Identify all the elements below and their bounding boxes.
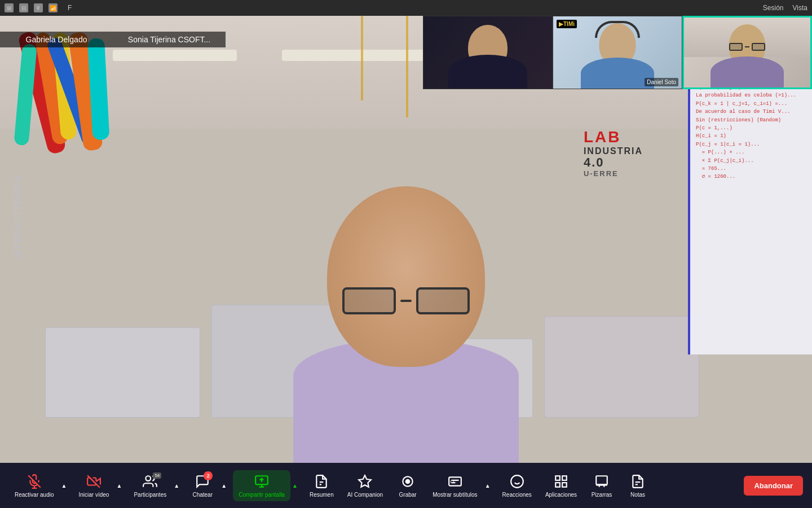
participants-button[interactable]: 54 Participantes	[128, 470, 172, 501]
captions-icon: CC	[447, 474, 463, 489]
name-label-1: Gabriela Delgado	[0, 32, 113, 47]
notes-icon	[630, 474, 646, 489]
apps-button[interactable]: Aplicaciones	[540, 470, 582, 501]
thumbnail-1-bg	[423, 16, 552, 89]
svg-rect-20	[555, 476, 560, 480]
reactions-button[interactable]: Reacciones	[497, 470, 537, 501]
grid-icon: ⊞	[5, 3, 14, 12]
t1-body	[448, 55, 527, 89]
captions-button[interactable]: CC Mostrar subtítulos	[427, 470, 483, 501]
mic-system-icon: 🎙	[34, 3, 43, 12]
mic-muted-icon	[27, 474, 42, 489]
thumbnail-strip: ▶TIMi Daniel Soto	[423, 16, 812, 89]
svg-rect-24	[596, 476, 607, 484]
wifi-icon: 📶	[48, 3, 58, 12]
captions-chevron[interactable]: ▲	[483, 478, 492, 493]
share-icon	[254, 474, 270, 489]
audio-button[interactable]: Reactivar audio	[9, 470, 59, 501]
name-labels-bar: Gabriela Delgado Sonia Tijerina CSOFT...	[0, 32, 226, 47]
glass-right	[416, 287, 470, 314]
ai-companion-button[interactable]: AI Companion	[342, 470, 389, 501]
chat-button[interactable]: 2 Chatear	[186, 470, 219, 501]
svg-point-4	[146, 476, 151, 481]
whiteboard-icon	[594, 474, 610, 489]
share-chevron[interactable]: ▲	[290, 478, 299, 493]
record-button[interactable]: Grabar	[391, 470, 425, 501]
svg-text:CC: CC	[450, 479, 456, 484]
lab-sign: LAB INDUSTRIA 4.0 U-ERRE	[584, 129, 643, 178]
view-label[interactable]: Vista	[793, 4, 807, 12]
session-label[interactable]: Sesión	[763, 4, 784, 12]
chat-chevron[interactable]: ▲	[219, 478, 228, 493]
record-icon	[400, 474, 416, 489]
captions-label: Mostrar subtítulos	[433, 492, 477, 498]
top-bar-icons: ⊞ ⊟ 🎙 📶 F	[5, 3, 72, 12]
color-strips-decoration	[0, 33, 135, 191]
t3-body	[710, 56, 784, 87]
summary-icon	[314, 474, 329, 489]
thumbnail-2[interactable]: ▶TIMi Daniel Soto	[553, 16, 682, 89]
svg-marker-10	[359, 475, 372, 487]
chat-label: Chatear	[192, 492, 213, 498]
ai-icon	[357, 474, 373, 489]
svg-rect-22	[562, 483, 567, 487]
participants-icon: 54	[142, 474, 158, 489]
side-text-interactividad: Interactividea	[13, 174, 21, 260]
whiteboard-label: Pizarras	[592, 492, 612, 498]
record-label: Grabar	[399, 492, 417, 498]
summary-label: Resumen	[310, 492, 334, 498]
leave-button[interactable]: Abandonar	[744, 476, 803, 496]
video-chevron[interactable]: ▲	[114, 478, 123, 493]
video-label: Iniciar vídeo	[78, 492, 109, 498]
svg-rect-21	[562, 476, 567, 480]
participants-chevron[interactable]: ▲	[172, 478, 181, 493]
whiteboard-button[interactable]: Pizarras	[585, 470, 619, 501]
toolbar-left-group: Reactivar audio ▲ Iniciar vídeo ▲	[9, 470, 655, 501]
reactions-icon	[509, 474, 525, 489]
speaker-glasses	[341, 285, 471, 316]
apps-grid-icon	[553, 474, 569, 489]
video-muted-icon	[86, 474, 102, 489]
top-bar: ⊞ ⊟ 🎙 📶 F Sesión Vista	[0, 0, 812, 16]
apps-icon: ⊟	[19, 3, 28, 12]
yellow-wire-1	[361, 16, 363, 100]
top-bar-right: Sesión Vista	[763, 4, 807, 12]
app-letter: F	[68, 4, 72, 12]
video-button[interactable]: Iniciar vídeo	[73, 470, 114, 501]
participants-label: Participantes	[134, 492, 166, 498]
glass-left	[342, 287, 396, 314]
yellow-wire-2	[406, 16, 408, 117]
whiteboard-background: (c_i=1, c_j=1) La probabilidad es celoba…	[688, 72, 812, 354]
timi-logo: ▶TIMi	[557, 20, 577, 28]
thumbnail-3-bg	[684, 17, 810, 87]
chat-badge: 2	[204, 471, 213, 480]
summary-button[interactable]: Resumen	[304, 470, 339, 501]
audio-label: Reactivar audio	[15, 492, 54, 498]
notes-label: Notas	[630, 492, 645, 498]
chat-icon: 2	[195, 474, 210, 489]
glass-bridge	[400, 300, 412, 302]
speaker-head	[327, 186, 485, 367]
reactions-label: Reacciones	[502, 492, 532, 498]
svg-point-17	[511, 475, 523, 488]
svg-rect-23	[555, 483, 560, 487]
t2-body	[581, 58, 654, 89]
share-button[interactable]: Compartir pantalla	[233, 470, 290, 501]
name-label-2: Sonia Tijerina CSOFT...	[113, 32, 226, 47]
notes-button[interactable]: Notas	[621, 470, 655, 501]
svg-point-12	[406, 479, 410, 483]
ai-label: AI Companion	[347, 492, 383, 498]
thumbnail-2-label: Daniel Soto	[645, 78, 678, 86]
main-video-area: LAB INDUSTRIA 4.0 U-ERRE (c_i=1, c_j=1) …	[0, 16, 812, 463]
thumbnail-3[interactable]	[682, 16, 812, 89]
toolbar: Reactivar audio ▲ Iniciar vídeo ▲	[0, 463, 812, 508]
whiteboard-text: (c_i=1, c_j=1) La probabilidad es celoba…	[696, 84, 809, 181]
audio-chevron[interactable]: ▲	[59, 478, 68, 493]
share-label: Compartir pantalla	[239, 492, 285, 498]
apps-label: Aplicaciones	[545, 492, 577, 498]
thumbnail-1[interactable]	[423, 16, 553, 89]
